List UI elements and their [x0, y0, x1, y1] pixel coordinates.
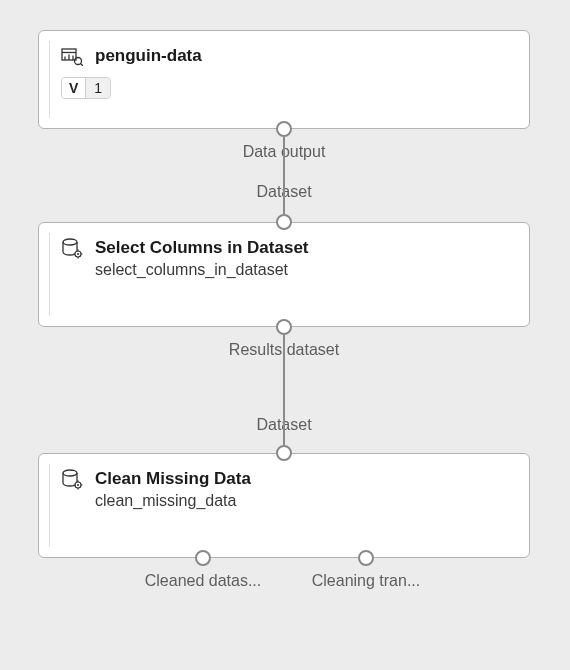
svg-point-10	[77, 253, 79, 255]
port-label-dataset-in-2: Dataset	[256, 183, 311, 201]
port-label-dataset-in-3: Dataset	[256, 416, 311, 434]
port-label-cleaning-transform: Cleaning tran...	[312, 572, 421, 590]
dataset-icon	[61, 45, 83, 67]
svg-point-5	[75, 58, 82, 65]
node-subtitle: select_columns_in_dataset	[95, 261, 515, 279]
input-port[interactable]	[276, 214, 292, 230]
version-number: 1	[86, 78, 110, 98]
svg-point-18	[77, 484, 79, 486]
node-select-columns[interactable]: Select Columns in Dataset select_columns…	[38, 222, 530, 327]
database-gear-icon	[61, 468, 83, 490]
output-port[interactable]	[276, 319, 292, 335]
node-subtitle: clean_missing_data	[95, 492, 515, 510]
version-badge[interactable]: V 1	[61, 77, 111, 99]
output-port[interactable]	[195, 550, 211, 566]
port-label-data-output: Data output	[243, 143, 326, 161]
input-port[interactable]	[276, 445, 292, 461]
node-title: Clean Missing Data	[95, 469, 251, 489]
node-title: Select Columns in Dataset	[95, 238, 309, 258]
svg-line-6	[81, 64, 84, 67]
node-title: penguin-data	[95, 46, 202, 66]
output-port[interactable]	[358, 550, 374, 566]
port-label-results-dataset: Results dataset	[229, 341, 339, 359]
version-prefix: V	[62, 78, 86, 98]
port-label-cleaned-dataset: Cleaned datas...	[145, 572, 262, 590]
database-gear-icon	[61, 237, 83, 259]
svg-point-8	[63, 239, 77, 245]
node-clean-missing-data[interactable]: Clean Missing Data clean_missing_data	[38, 453, 530, 558]
svg-point-16	[63, 470, 77, 476]
pipeline-canvas[interactable]: penguin-data V 1 Data output Dataset	[0, 0, 570, 670]
output-port[interactable]	[276, 121, 292, 137]
node-penguin-data[interactable]: penguin-data V 1	[38, 30, 530, 129]
